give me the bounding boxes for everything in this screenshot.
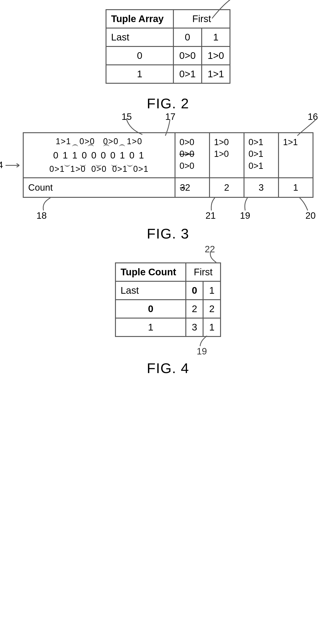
leader-19b (198, 336, 209, 347)
fig2-caption: FIG. 2 (147, 95, 189, 112)
col-11: 1>1 (278, 133, 313, 178)
bits-sequence: 0 1 1 0 0 0 0 1 0 1 (53, 151, 145, 160)
count-label: Count (23, 178, 175, 197)
leader-21 (209, 198, 218, 212)
leader-17 (164, 120, 178, 137)
leader-15 (124, 118, 145, 137)
leader-18 (40, 198, 54, 212)
tc-row-1-label: 1 (116, 318, 186, 336)
count-3: 1 (278, 178, 313, 197)
col0-l0: 0>0 (180, 149, 194, 159)
bot-pair-0: 0>1 (50, 164, 65, 174)
bits-cell: 1>1 0>0 0>0 1>0 ⏜ ⏜ ⏜ ⏜ 0 1 1 0 0 0 0 1 … (23, 133, 175, 178)
tc-row-0-label: 0 (116, 300, 186, 318)
bot-pair-2: 0>0 (91, 164, 107, 174)
col3-hdr: 1>1 (283, 137, 298, 147)
tc-col-1: 1 (203, 281, 220, 300)
top-pair-3: 1>0 (127, 136, 142, 146)
bot-pair-4: 0>1 (133, 164, 148, 174)
leader-22 (207, 252, 218, 264)
col-01: 0>1 0>1 0>1 (244, 133, 278, 178)
col0-l1: 0>0 (180, 161, 194, 171)
tuple-array-last-header: Last (106, 28, 174, 46)
tuple-array-title: Tuple Array (106, 10, 174, 28)
tuple-array-first-header: First (174, 10, 230, 28)
col2-l1: 0>1 (248, 161, 263, 171)
count-1: 2 (210, 178, 244, 197)
col-10: 1>0 1>0 (210, 133, 244, 178)
figure-2: 12 Tuple Array First Last 0 1 0 0>0 1>0 … (4, 9, 332, 112)
arrow-14 (6, 162, 23, 170)
tuple-count-first-header: First (186, 263, 220, 281)
col0-hdr: 0>0 (180, 137, 194, 147)
col2-hdr: 0>1 (248, 137, 263, 147)
row-1-label: 1 (106, 65, 174, 83)
col2-l0: 0>1 (248, 149, 263, 159)
tc-cell-0-1: 2 (203, 300, 220, 318)
bot-pair-1: 1>0 (70, 164, 86, 174)
col-header-1: 1 (202, 28, 230, 46)
cell-1-1: 1>1 (202, 65, 230, 83)
fig3-table: 1>1 0>0 0>0 1>0 ⏜ ⏜ ⏜ ⏜ 0 1 1 0 0 0 0 1 … (23, 132, 314, 198)
tc-cell-0-0: 2 (186, 300, 203, 318)
tc-cell-1-1: 1 (203, 318, 220, 336)
fig3-ref-18: 18 (36, 210, 47, 221)
tuple-count-table: Tuple Count First Last 0 1 0 2 2 1 3 1 (115, 262, 221, 337)
bot-pair-3: 0>1 (112, 164, 128, 174)
tuple-array-table: Tuple Array First Last 0 1 0 0>0 1>0 1 0… (106, 9, 230, 84)
top-pair-0: 1>1 (56, 136, 71, 146)
tc-col-0: 0 (186, 281, 203, 300)
fig3-ref-19: 19 (240, 210, 250, 221)
tuple-count-last-header: Last (116, 281, 186, 300)
figure-4: 22 Tuple Count First Last 0 1 0 2 2 1 3 … (4, 262, 332, 376)
tc-cell-1-0: 3 (186, 318, 203, 336)
fig3-ref-21: 21 (206, 210, 216, 221)
count0-val: 2 (185, 182, 190, 192)
fig3-caption: FIG. 3 (147, 226, 189, 242)
cell-0-1: 1>0 (202, 46, 230, 65)
figure-3: 15 17 16 14 1>1 0>0 0>0 1>0 (4, 132, 332, 242)
fig4-caption: FIG. 4 (147, 360, 189, 376)
count0-struck: 3 (180, 182, 185, 192)
cell-0-0: 0>0 (174, 46, 202, 65)
fig3-ref-20: 20 (306, 210, 316, 221)
fig4-ref-19: 19 (197, 346, 207, 356)
leader-19 (242, 198, 252, 212)
col1-hdr: 1>0 (214, 137, 229, 147)
brace-top: ⏜ ⏜ ⏜ ⏜ (72, 146, 126, 150)
col-00: 0>0 0>0 0>0 (175, 133, 210, 178)
cell-1-0: 0>1 (174, 65, 202, 83)
fig3-wrap: 15 17 16 14 1>1 0>0 0>0 1>0 (23, 132, 314, 198)
bits-bottom-row: 0>1 1>0 0>0 0>1 0>1 (50, 165, 148, 173)
count-0: 32 (175, 178, 210, 197)
fig4-table-wrap: 22 Tuple Count First Last 0 1 0 2 2 1 3 … (115, 262, 221, 337)
col-header-0: 0 (174, 28, 202, 46)
fig3-ref-14: 14 (0, 160, 3, 170)
fig2-table-wrap: 12 Tuple Array First Last 0 1 0 0>0 1>0 … (106, 9, 230, 84)
tuple-count-title: Tuple Count (116, 263, 186, 281)
row-0-label: 0 (106, 46, 174, 65)
count-2: 3 (244, 178, 278, 197)
col1-l0: 1>0 (214, 149, 229, 159)
leader-20 (298, 198, 310, 212)
leader-16 (296, 120, 317, 137)
